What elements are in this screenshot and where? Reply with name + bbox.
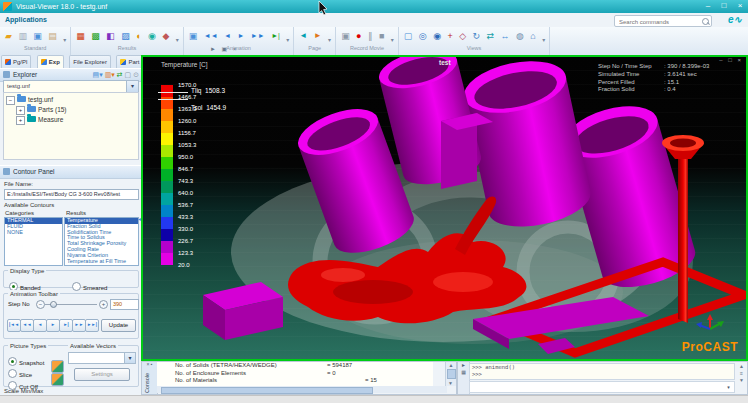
new-page-icon[interactable]: ▢ bbox=[125, 71, 132, 78]
anim-first-button[interactable]: |◄◄ bbox=[7, 319, 21, 332]
python-input-dropdown-icon[interactable]: ▾ bbox=[724, 383, 733, 391]
move-icon[interactable]: ↔ bbox=[501, 29, 510, 43]
expand-icon[interactable]: + bbox=[16, 106, 25, 115]
anim-last-button[interactable]: ►►| bbox=[85, 319, 99, 332]
cutoff-tool-icon[interactable] bbox=[51, 373, 64, 386]
rotate-icon[interactable]: ↻ bbox=[473, 29, 481, 43]
anim-export-icon[interactable]: ►| bbox=[271, 29, 280, 43]
window-layout-icon[interactable]: ▢ bbox=[404, 29, 413, 43]
anim-first-icon[interactable]: ◄◄ bbox=[204, 29, 218, 43]
pan-icon[interactable]: ⇄ bbox=[487, 29, 495, 43]
annotation-icon[interactable]: ◇ bbox=[459, 29, 466, 43]
python-output[interactable]: >>> animend() >>> bbox=[469, 363, 735, 380]
update-button[interactable]: Update bbox=[101, 319, 136, 332]
page-overflow-icon[interactable]: ▾ bbox=[328, 34, 331, 47]
collapse-icon[interactable]: − bbox=[6, 96, 15, 105]
legend-icon[interactable]: ◧ bbox=[106, 29, 115, 43]
open-file-icon[interactable]: ▰ bbox=[5, 29, 12, 43]
cut-plane-icon[interactable]: ◐ bbox=[136, 29, 141, 43]
copy-icon[interactable]: ▣ bbox=[33, 29, 42, 43]
tab-part[interactable]: Part bbox=[116, 55, 143, 68]
views-overflow-icon[interactable]: ▾ bbox=[542, 34, 545, 47]
record-overflow-icon[interactable]: ▾ bbox=[391, 34, 394, 47]
python-scrollbar[interactable]: ▲≡▼ bbox=[737, 363, 746, 393]
result-temperature-at-fill-time[interactable]: Temperature at Fill Time bbox=[65, 259, 138, 265]
anim-play-button[interactable]: ► bbox=[46, 319, 60, 332]
console-output[interactable]: No. of Solids (TETRA/HEXA/WEDGE)= 594187… bbox=[157, 362, 433, 386]
results-overflow-icon[interactable]: ▾ bbox=[176, 34, 179, 47]
python-input[interactable]: ▾ bbox=[469, 381, 735, 393]
legend-tick-label: 743.3 bbox=[178, 177, 212, 185]
record-icon[interactable]: ● bbox=[356, 29, 361, 43]
tree-item-parts[interactable]: +Parts (15) bbox=[16, 105, 67, 114]
maximize-button[interactable]: □ bbox=[716, 0, 732, 13]
cut-icon[interactable]: ▥ bbox=[18, 29, 27, 43]
step-decrement-icon[interactable]: − bbox=[36, 300, 45, 309]
paste-icon[interactable]: ▤ bbox=[48, 29, 57, 43]
animation-overflow-icon[interactable]: ▾ bbox=[286, 34, 289, 47]
legend-tick-label: 123.3 bbox=[178, 249, 212, 257]
picture-types-group: Picture Types Snapshot Slice Cut Off Ava… bbox=[3, 345, 139, 387]
model-3d[interactable] bbox=[143, 57, 746, 359]
tab-pgpl[interactable]: Pg/Pl bbox=[1, 55, 31, 68]
stop-icon[interactable]: ■ bbox=[379, 29, 384, 43]
toolbar-group-label: Results bbox=[75, 44, 178, 53]
anim-rewind-button[interactable]: ◄◄ bbox=[20, 319, 34, 332]
step-slider-thumb[interactable] bbox=[50, 301, 57, 308]
filter-icon[interactable]: ▤▾ bbox=[93, 71, 103, 78]
shaded-view-icon[interactable]: ◎ bbox=[419, 29, 427, 43]
zoom-icon[interactable]: ◍ bbox=[516, 29, 524, 43]
tree-item-measure[interactable]: +Measure bbox=[16, 115, 63, 124]
page-next-icon[interactable]: ► bbox=[314, 29, 322, 43]
anim-prev-icon[interactable]: ◄ bbox=[224, 29, 231, 43]
settings-button[interactable]: Settings bbox=[74, 368, 130, 381]
pause-icon[interactable]: ∥ bbox=[368, 29, 373, 43]
anim-play-icon[interactable]: ► bbox=[237, 29, 244, 43]
tab-exp[interactable]: Exp bbox=[37, 55, 64, 68]
radio-smeared[interactable]: Smeared bbox=[72, 276, 107, 294]
fit-view-icon[interactable]: ⌂ bbox=[530, 29, 535, 43]
file-name-field[interactable]: E:/Installs/ESI/Test/Body CG 3-600 Rev08… bbox=[4, 189, 139, 200]
anim-next-button[interactable]: ►| bbox=[59, 319, 73, 332]
step-no-label: Step No bbox=[8, 301, 30, 307]
expand-icon[interactable]: + bbox=[16, 116, 25, 125]
wireframe-view-icon[interactable]: ◉ bbox=[433, 29, 441, 43]
slice-tool-icon[interactable] bbox=[51, 360, 64, 373]
refresh-icon[interactable]: ⇄ bbox=[117, 71, 123, 78]
combo-dropdown-icon[interactable]: ▾ bbox=[126, 81, 138, 92]
search-icon[interactable] bbox=[702, 18, 709, 25]
pane-dock-controls[interactable]: ► ▣ × bbox=[210, 45, 238, 52]
page-prev-icon[interactable]: ◄ bbox=[299, 29, 307, 43]
search-input[interactable] bbox=[617, 16, 701, 27]
console-tab[interactable]: × ▪ Console bbox=[142, 362, 158, 394]
step-value-field[interactable]: 390 bbox=[110, 299, 139, 310]
vector-plot-icon[interactable]: ▨ bbox=[121, 29, 130, 43]
vectors-combo[interactable]: ▾ bbox=[68, 352, 136, 364]
banded-contour-icon[interactable]: ▩ bbox=[91, 29, 100, 43]
animation-setup-icon[interactable]: ▣ bbox=[189, 29, 198, 43]
console-hscrollbar[interactable] bbox=[157, 386, 447, 393]
standard-overflow-icon[interactable]: ▾ bbox=[63, 34, 66, 47]
vectors-dropdown-icon[interactable]: ▾ bbox=[124, 353, 135, 363]
tab-file-explorer[interactable]: File Explorer bbox=[69, 55, 111, 68]
anim-prev-button[interactable]: ◄ bbox=[33, 319, 47, 332]
category-none[interactable]: NONE bbox=[5, 230, 62, 236]
console-pin-icon[interactable]: ▪ bbox=[151, 361, 153, 367]
tree-item-root[interactable]: −testg.unf bbox=[6, 95, 53, 104]
console-close-icon[interactable]: × bbox=[146, 361, 149, 367]
camera-icon[interactable]: ▣ bbox=[341, 29, 350, 43]
probe-icon[interactable]: ◉ bbox=[148, 29, 156, 43]
viewport-3d[interactable]: Temperature [C] 1570.0 1466.7 1363.3 126… bbox=[141, 55, 748, 361]
step-increment-icon[interactable]: + bbox=[99, 300, 108, 309]
anim-next-icon[interactable]: ►► bbox=[251, 29, 265, 43]
wizard-icon[interactable]: ◆ bbox=[162, 29, 169, 43]
axis-icon[interactable]: + bbox=[447, 29, 452, 43]
anim-forward-button[interactable]: ►► bbox=[72, 319, 86, 332]
contour-icon[interactable]: ▦ bbox=[76, 29, 85, 43]
options-icon[interactable]: ⊙ bbox=[133, 71, 139, 78]
console-vscrollbar[interactable]: ▲▼ bbox=[445, 362, 456, 386]
python-prompt-line: >>> bbox=[472, 371, 734, 378]
sort-icon[interactable]: ▥▾ bbox=[105, 71, 115, 78]
close-button[interactable]: × bbox=[732, 0, 748, 13]
minimize-button[interactable]: – bbox=[700, 0, 716, 13]
